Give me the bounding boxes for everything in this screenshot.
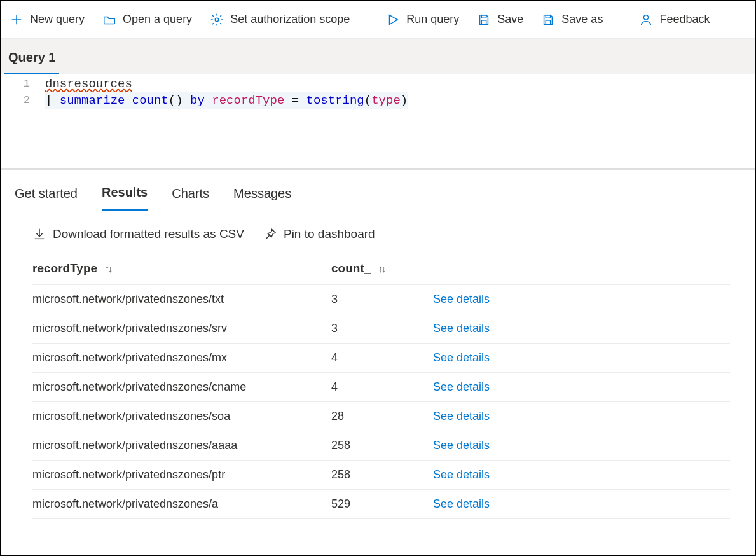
tab-results[interactable]: Results bbox=[102, 180, 148, 211]
play-icon bbox=[386, 13, 400, 27]
set-scope-label: Set authorization scope bbox=[230, 13, 350, 26]
code-line-1[interactable]: dnsresources bbox=[45, 76, 132, 92]
column-header-recordtype[interactable]: recordType ↑↓ bbox=[32, 261, 331, 275]
column-header-count-label: count_ bbox=[331, 261, 371, 275]
toolbar: New query Open a query Set authorization… bbox=[1, 1, 755, 39]
svg-rect-7 bbox=[546, 20, 551, 24]
table-row: microsoft.network/privatednszones/aaaa25… bbox=[32, 431, 730, 461]
download-csv-label: Download formatted results as CSV bbox=[53, 227, 244, 241]
download-csv-button[interactable]: Download formatted results as CSV bbox=[32, 227, 244, 241]
sort-icon: ↑↓ bbox=[104, 263, 111, 274]
see-details-link[interactable]: See details bbox=[433, 410, 490, 422]
editor-token-dnsresources: dnsresources bbox=[45, 77, 132, 91]
folder-open-icon bbox=[102, 13, 116, 27]
svg-rect-5 bbox=[482, 20, 486, 24]
plus-icon bbox=[10, 13, 24, 27]
see-details-link[interactable]: See details bbox=[433, 468, 490, 481]
column-header-recordtype-label: recordType bbox=[32, 261, 97, 275]
cell-count: 3 bbox=[331, 293, 433, 306]
save-as-label: Save as bbox=[561, 13, 603, 26]
new-query-label: New query bbox=[30, 13, 85, 26]
editor-token-space bbox=[205, 94, 212, 108]
cell-recordtype: microsoft.network/privatednszones/cname bbox=[32, 380, 331, 394]
table-row: microsoft.network/privatednszones/srv3Se… bbox=[32, 314, 730, 344]
table-row: microsoft.network/privatednszones/soa28S… bbox=[32, 402, 730, 431]
editor-token-parens: () bbox=[168, 94, 183, 108]
see-details-link[interactable]: See details bbox=[433, 351, 490, 364]
save-as-icon bbox=[541, 13, 555, 27]
pin-dashboard-button[interactable]: Pin to dashboard bbox=[263, 227, 375, 241]
code-editor[interactable]: 1 dnsresources 2 | summarize count() by … bbox=[1, 74, 755, 170]
table-header-row: recordType ↑↓ count_ ↑↓ bbox=[32, 253, 730, 285]
editor-token-eq: = bbox=[292, 94, 299, 108]
table-row: microsoft.network/privatednszones/a529Se… bbox=[32, 490, 730, 519]
pin-icon bbox=[263, 227, 277, 241]
svg-rect-4 bbox=[482, 15, 486, 18]
save-icon bbox=[477, 13, 491, 27]
set-scope-button[interactable]: Set authorization scope bbox=[210, 13, 350, 27]
editor-token-recordtype: recordType bbox=[212, 94, 284, 108]
table-row: microsoft.network/privatednszones/txt3Se… bbox=[32, 285, 730, 314]
query-tab-1[interactable]: Query 1 bbox=[4, 44, 59, 74]
gutter-line-2: 2 bbox=[1, 92, 45, 109]
table-row: microsoft.network/privatednszones/ptr258… bbox=[32, 461, 730, 490]
cell-recordtype: microsoft.network/privatednszones/ptr bbox=[32, 468, 331, 482]
open-query-button[interactable]: Open a query bbox=[102, 13, 192, 27]
see-details-link[interactable]: See details bbox=[433, 380, 490, 393]
run-query-button[interactable]: Run query bbox=[386, 13, 459, 27]
save-button[interactable]: Save bbox=[477, 13, 523, 27]
sort-icon: ↑↓ bbox=[378, 263, 385, 274]
feedback-icon bbox=[639, 13, 653, 27]
editor-token-paren-close: ) bbox=[401, 94, 408, 108]
svg-marker-3 bbox=[390, 15, 398, 24]
svg-point-8 bbox=[644, 15, 649, 19]
editor-token-type: type bbox=[371, 94, 401, 108]
editor-token-count: count bbox=[132, 94, 168, 108]
feedback-button[interactable]: Feedback bbox=[639, 13, 710, 27]
gear-icon bbox=[210, 13, 224, 27]
see-details-link[interactable]: See details bbox=[433, 322, 490, 335]
svg-point-2 bbox=[215, 18, 219, 22]
new-query-button[interactable]: New query bbox=[10, 13, 85, 27]
cell-recordtype: microsoft.network/privatednszones/mx bbox=[32, 351, 331, 365]
tab-charts[interactable]: Charts bbox=[172, 181, 209, 210]
open-query-label: Open a query bbox=[123, 13, 192, 26]
query-tabstrip: Query 1 bbox=[1, 39, 755, 74]
svg-rect-6 bbox=[546, 15, 551, 18]
editor-token-space bbox=[183, 94, 190, 108]
see-details-link[interactable]: See details bbox=[433, 497, 490, 510]
editor-token-space bbox=[284, 94, 291, 108]
see-details-link[interactable]: See details bbox=[433, 439, 490, 452]
cell-recordtype: microsoft.network/privatednszones/txt bbox=[32, 293, 331, 306]
cell-recordtype: microsoft.network/privatednszones/a bbox=[32, 497, 331, 511]
editor-token-space bbox=[125, 94, 132, 108]
save-label: Save bbox=[497, 13, 523, 26]
cell-count: 4 bbox=[331, 351, 433, 365]
cell-count: 529 bbox=[331, 497, 433, 511]
editor-token-paren-open: ( bbox=[364, 94, 371, 108]
result-tabstrip: Get started Results Charts Messages bbox=[1, 170, 755, 211]
save-as-button[interactable]: Save as bbox=[541, 13, 603, 27]
gutter-line-1: 1 bbox=[1, 76, 45, 92]
results-actions: Download formatted results as CSV Pin to… bbox=[1, 211, 755, 253]
feedback-label: Feedback bbox=[659, 13, 710, 26]
tab-messages[interactable]: Messages bbox=[233, 181, 291, 210]
editor-token-tostring: tostring bbox=[306, 94, 364, 108]
results-table: recordType ↑↓ count_ ↑↓ microsoft.networ… bbox=[1, 253, 755, 519]
editor-token-pipe: | bbox=[45, 94, 60, 108]
table-row: microsoft.network/privatednszones/cname4… bbox=[32, 373, 730, 402]
cell-count: 258 bbox=[331, 468, 433, 482]
cell-count: 28 bbox=[331, 410, 433, 423]
see-details-link[interactable]: See details bbox=[433, 293, 490, 305]
table-row: microsoft.network/privatednszones/mx4See… bbox=[32, 344, 730, 373]
pin-dashboard-label: Pin to dashboard bbox=[284, 227, 375, 241]
cell-recordtype: microsoft.network/privatednszones/aaaa bbox=[32, 439, 331, 452]
cell-count: 258 bbox=[331, 439, 433, 452]
tab-get-started[interactable]: Get started bbox=[15, 181, 78, 210]
cell-count: 3 bbox=[331, 322, 433, 335]
editor-token-summarize: summarize bbox=[60, 94, 125, 108]
column-header-count[interactable]: count_ ↑↓ bbox=[331, 261, 433, 275]
toolbar-separator bbox=[368, 11, 368, 29]
code-line-2[interactable]: | summarize count() by recordType = tost… bbox=[45, 92, 408, 109]
run-query-label: Run query bbox=[406, 13, 459, 26]
